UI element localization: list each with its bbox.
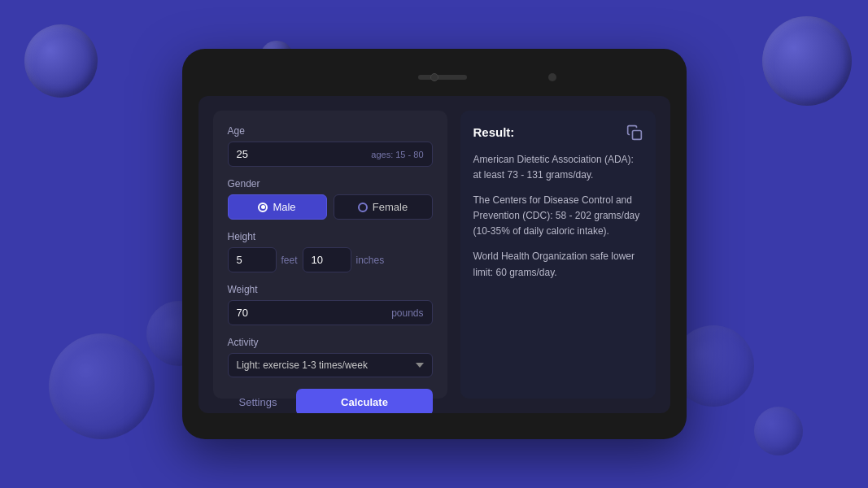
tablet-mic xyxy=(548,73,556,81)
weight-input-wrapper: pounds xyxy=(228,300,433,325)
age-input-wrapper: ages: 15 - 80 xyxy=(228,142,433,167)
weight-unit: pounds xyxy=(391,307,423,319)
weight-label: Weight xyxy=(228,284,433,295)
activity-label: Activity xyxy=(228,337,433,348)
result-who-section: World Health Organization safe lower lim… xyxy=(473,249,643,280)
activity-field-group: Activity Sedentary: little or no exercis… xyxy=(228,337,433,377)
gender-row: Male Female xyxy=(228,194,433,220)
settings-button[interactable]: Settings xyxy=(228,390,289,413)
form-panel: Age ages: 15 - 80 Gender Male Female xyxy=(213,111,447,399)
tablet-top-bar xyxy=(198,65,670,89)
height-label: Height xyxy=(228,231,433,242)
bg-circle-4 xyxy=(49,333,155,439)
bg-circle-6 xyxy=(754,407,803,455)
result-panel: Result: American Dietetic Association (A… xyxy=(460,111,656,399)
bg-circle-3 xyxy=(762,16,852,106)
height-feet-unit: feet xyxy=(281,255,298,266)
svg-rect-0 xyxy=(632,131,641,140)
height-row: feet inches xyxy=(228,247,433,272)
calculate-button[interactable]: Calculate xyxy=(296,389,432,413)
gender-male-option[interactable]: Male xyxy=(228,194,327,220)
gender-female-option[interactable]: Female xyxy=(334,194,433,220)
result-ada-text: American Dietetic Association (ADA): at … xyxy=(473,152,643,183)
height-inches-unit: inches xyxy=(356,255,385,266)
height-feet-input[interactable] xyxy=(228,247,277,272)
tablet-screen: Age ages: 15 - 80 Gender Male Female xyxy=(198,96,670,413)
age-label: Age xyxy=(228,125,433,137)
result-cdc-text: The Centers for Disease Control and Prev… xyxy=(473,193,643,240)
buttons-row: Settings Calculate xyxy=(228,389,433,413)
weight-input[interactable] xyxy=(237,307,392,319)
gender-label: Gender xyxy=(228,178,433,190)
age-range: ages: 15 - 80 xyxy=(371,150,423,159)
gender-female-label: Female xyxy=(373,201,408,213)
gender-male-label: Male xyxy=(273,201,295,213)
age-field-group: Age ages: 15 - 80 xyxy=(228,125,433,167)
radio-male-dot xyxy=(258,203,268,212)
result-who-text: World Health Organization safe lower lim… xyxy=(473,249,643,280)
tablet-camera xyxy=(430,73,438,81)
gender-field-group: Gender Male Female xyxy=(228,178,433,220)
tablet-frame: Age ages: 15 - 80 Gender Male Female xyxy=(182,49,687,439)
result-cdc-section: The Centers for Disease Control and Prev… xyxy=(473,193,643,240)
tablet-speaker xyxy=(418,75,467,80)
copy-icon[interactable] xyxy=(626,124,643,141)
result-ada-section: American Dietetic Association (ADA): at … xyxy=(473,152,643,183)
height-field-group: Height feet inches xyxy=(228,231,433,272)
height-inches-input[interactable] xyxy=(303,247,351,272)
radio-female-dot xyxy=(358,203,368,212)
result-title: Result: xyxy=(473,124,515,142)
result-header: Result: xyxy=(473,124,643,142)
age-input[interactable] xyxy=(237,148,372,160)
bg-circle-1 xyxy=(24,24,98,98)
activity-select[interactable]: Sedentary: little or no exercise Light: … xyxy=(228,353,433,377)
weight-field-group: Weight pounds xyxy=(228,284,433,325)
